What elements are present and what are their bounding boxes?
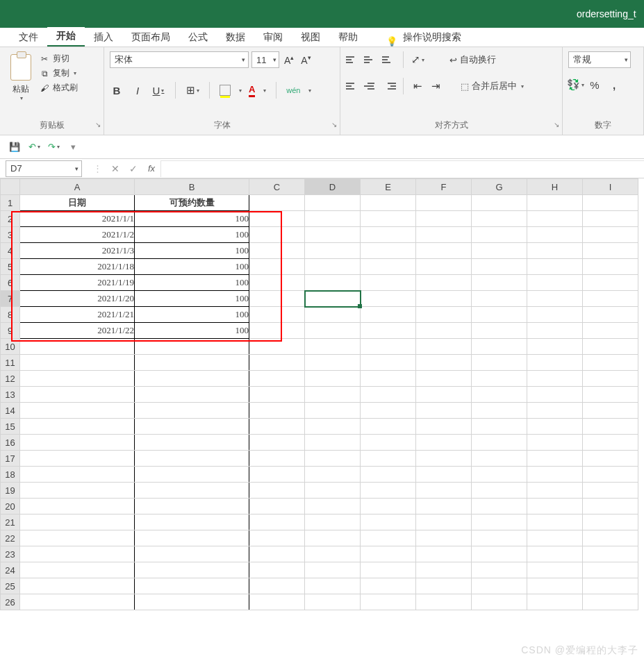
cell-A2[interactable]: 2021/1/1 (20, 211, 135, 227)
cell-C12[interactable] (249, 371, 305, 387)
cell-F15[interactable] (416, 419, 472, 435)
cell-A17[interactable] (20, 451, 135, 467)
cell-B9[interactable]: 100 (135, 323, 249, 339)
cell-I2[interactable] (583, 211, 638, 227)
cell-H6[interactable] (527, 275, 583, 291)
cell-E20[interactable] (361, 499, 416, 514)
row-header-18[interactable]: 18 (1, 467, 20, 483)
cell-A11[interactable] (20, 355, 135, 371)
cell-E6[interactable] (361, 275, 416, 291)
cell-G8[interactable] (472, 307, 527, 323)
cell-C23[interactable] (249, 546, 305, 562)
cell-C10[interactable] (249, 339, 305, 355)
cell-G21[interactable] (472, 514, 527, 530)
cell-G13[interactable] (472, 387, 527, 403)
cell-B13[interactable] (135, 387, 249, 403)
cell-D1[interactable] (305, 195, 361, 211)
cell-D15[interactable] (305, 419, 361, 435)
cell-G7[interactable] (472, 291, 527, 307)
cell-B12[interactable] (135, 371, 249, 387)
cell-C9[interactable] (249, 323, 305, 339)
cell-H5[interactable] (527, 259, 583, 275)
cell-D23[interactable] (305, 546, 361, 562)
cell-I6[interactable] (583, 275, 638, 291)
cell-G24[interactable] (472, 562, 527, 578)
col-header-H[interactable]: H (527, 179, 583, 195)
cell-G6[interactable] (472, 275, 527, 291)
cell-I1[interactable] (583, 195, 638, 211)
menu-review[interactable]: 审阅 (254, 28, 292, 47)
cell-F2[interactable] (416, 211, 472, 227)
cell-C22[interactable] (249, 530, 305, 546)
col-header-B[interactable]: B (135, 179, 249, 195)
cell-C5[interactable] (249, 259, 305, 275)
cell-D17[interactable] (305, 451, 361, 467)
row-header-19[interactable]: 19 (1, 483, 20, 499)
cell-B15[interactable] (135, 419, 249, 435)
col-header-E[interactable]: E (361, 179, 416, 195)
cell-D13[interactable] (305, 387, 361, 403)
cell-H23[interactable] (527, 546, 583, 562)
redo-button[interactable]: ↷▾ (47, 141, 60, 153)
cell-G4[interactable] (472, 243, 527, 259)
cell-C19[interactable] (249, 483, 305, 499)
align-launcher[interactable]: ↘ (554, 121, 559, 128)
cell-B11[interactable] (135, 355, 249, 371)
cell-A5[interactable]: 2021/1/18 (20, 259, 135, 275)
orientation-button[interactable]: ⤢▾ (411, 53, 424, 67)
cell-B18[interactable] (135, 467, 249, 483)
cell-I7[interactable] (583, 291, 638, 307)
cell-G19[interactable] (472, 483, 527, 499)
menu-insert[interactable]: 插入 (85, 28, 122, 47)
cell-G15[interactable] (472, 419, 527, 435)
cell-G16[interactable] (472, 435, 527, 451)
cell-H4[interactable] (527, 243, 583, 259)
cell-A21[interactable] (20, 514, 135, 530)
accept-formula-icon[interactable]: ✓ (124, 160, 142, 177)
cell-I11[interactable] (583, 355, 638, 371)
spreadsheet-grid[interactable]: ABCDEFGHI1日期可预约数量22021/1/110032021/1/210… (0, 178, 638, 610)
cell-D18[interactable] (305, 467, 361, 483)
font-color-button[interactable]: A (249, 84, 255, 97)
cell-H20[interactable] (527, 499, 583, 514)
cell-D16[interactable] (305, 435, 361, 451)
menu-home[interactable]: 开始 (47, 27, 85, 47)
cell-I25[interactable] (583, 578, 638, 594)
cell-G22[interactable] (472, 530, 527, 546)
paste-button[interactable]: 粘贴 ▾ (6, 51, 36, 101)
cell-B25[interactable] (135, 578, 249, 594)
cell-C13[interactable] (249, 387, 305, 403)
cell-A4[interactable]: 2021/1/3 (20, 243, 135, 259)
cell-F5[interactable] (416, 259, 472, 275)
phonetic-button[interactable]: wén (286, 83, 300, 97)
cell-G26[interactable] (472, 594, 527, 610)
cell-I23[interactable] (583, 546, 638, 562)
cell-B19[interactable] (135, 483, 249, 499)
qat-customize[interactable]: ▾ (67, 141, 79, 153)
cell-C18[interactable] (249, 467, 305, 483)
cell-C16[interactable] (249, 435, 305, 451)
cell-H7[interactable] (527, 291, 583, 307)
cell-F23[interactable] (416, 546, 472, 562)
cell-E21[interactable] (361, 514, 416, 530)
cell-F10[interactable] (416, 339, 472, 355)
cell-D11[interactable] (305, 355, 361, 371)
cell-E5[interactable] (361, 259, 416, 275)
cell-C2[interactable] (249, 211, 305, 227)
cell-F18[interactable] (416, 467, 472, 483)
cell-F24[interactable] (416, 562, 472, 578)
cell-G25[interactable] (472, 578, 527, 594)
cell-A19[interactable] (20, 483, 135, 499)
font-launcher[interactable]: ↘ (331, 121, 337, 128)
row-header-5[interactable]: 5 (1, 259, 20, 275)
formula-input[interactable] (160, 160, 644, 177)
row-header-10[interactable]: 10 (1, 339, 20, 355)
cell-F12[interactable] (416, 371, 472, 387)
cell-G12[interactable] (472, 371, 527, 387)
cell-A15[interactable] (20, 419, 135, 435)
cell-D14[interactable] (305, 403, 361, 419)
cell-C17[interactable] (249, 451, 305, 467)
fx-icon[interactable]: fx (142, 160, 160, 177)
cell-I4[interactable] (583, 243, 638, 259)
cell-B21[interactable] (135, 514, 249, 530)
